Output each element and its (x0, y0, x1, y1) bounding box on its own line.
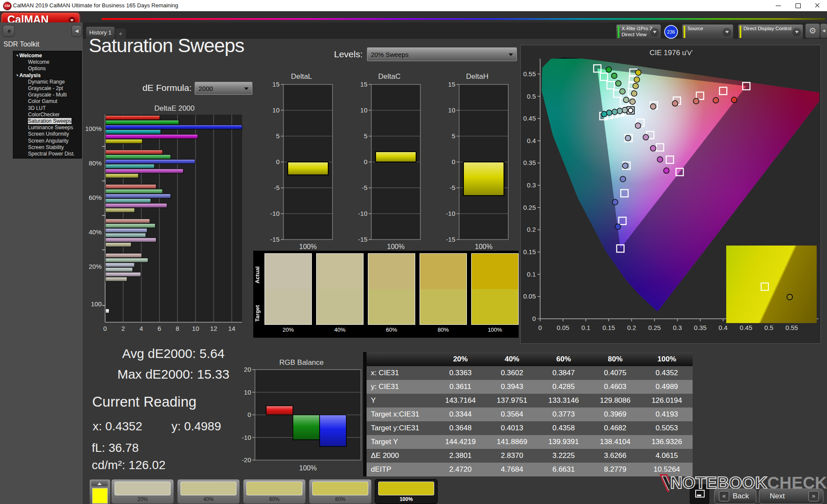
chevron-down-icon (793, 28, 801, 36)
deltac-chart-title: DeltaC (355, 72, 424, 81)
sidebar: SDR Toolkit WelcomeWelcomeOptionsAnalysi… (0, 39, 83, 504)
formula-dropdown[interactable]: 2000 (195, 82, 252, 95)
sidebar-item-grayscale-multi[interactable]: Grayscale - Multi (13, 92, 81, 98)
svg-text:0.05: 0.05 (557, 324, 569, 331)
svg-text:15: 15 (360, 82, 367, 88)
close-button[interactable] (808, 0, 827, 11)
levels-dropdown[interactable]: 20% Sweeps (367, 47, 517, 61)
table-cell: 0.4075 (589, 369, 641, 377)
table-column-header: 40% (486, 355, 538, 364)
svg-text:4: 4 (140, 325, 143, 332)
patch-label: 100% (375, 496, 437, 502)
table-row: y: CIE310.36110.39430.42850.46030.4989 (367, 380, 693, 394)
compare-swatch-60% (368, 253, 415, 325)
table-row: dEITP2.47204.76846.66318.277910.5264 (367, 463, 693, 476)
svg-text:10: 10 (244, 389, 251, 396)
patch-button-80%[interactable]: 80% (309, 479, 372, 504)
sidebar-item-welcome[interactable]: Welcome (13, 53, 81, 59)
table-cell: 0.3773 (538, 410, 590, 419)
sidebar-item-screen-stability[interactable]: Screen Stability (13, 144, 81, 151)
page-title: Saturation Sweeps (89, 34, 244, 57)
table-cell: 0.3564 (486, 410, 538, 419)
svg-text:-10: -10 (242, 434, 251, 441)
patch-color (180, 482, 236, 495)
inset-target-marker (761, 283, 769, 291)
maximize-button[interactable] (788, 0, 808, 11)
table-cell: 143.7164 (435, 396, 486, 405)
inset-measured-marker (787, 294, 793, 300)
settings-button[interactable]: ⚙ (805, 23, 820, 38)
sidebar-item-spectral-power-dist-[interactable]: Spectral Power Dist. (13, 151, 81, 157)
deltal-chart: 151050-5-10-15100% (267, 82, 336, 252)
chevron-left-icon: ◀ (822, 28, 825, 33)
svg-text:5: 5 (364, 132, 367, 140)
deltae-chart-title: DeltaE 2000 (103, 104, 246, 113)
workflow-options-button[interactable] (3, 25, 15, 37)
actual-swatch (472, 254, 518, 289)
target-swatch (368, 289, 415, 324)
sidebar-item-label: Screen Stability (28, 144, 64, 150)
patch-button-40%[interactable]: 40% (177, 479, 240, 504)
sidebar-item-saturation-sweeps[interactable]: Saturation Sweeps (13, 118, 81, 124)
display-control-dropdown[interactable]: Direct Display Control (738, 24, 803, 40)
target-swatch (472, 289, 518, 324)
sidebar-item-options[interactable]: Options (13, 65, 81, 72)
sidebar-item-grayscale-2pt[interactable]: Grayscale - 2pt (13, 85, 81, 92)
sidebar-item-colorchecker[interactable]: ColorChecker (13, 112, 81, 118)
table-cell: 0.3602 (486, 369, 538, 377)
table-row-label: Target Y (367, 438, 435, 446)
meter-dropdown[interactable]: X-Rite i1Pro 2 Direct View (616, 24, 661, 40)
svg-text:100%: 100% (85, 125, 102, 132)
table-cell: 0.4603 (589, 383, 641, 391)
svg-text:-5: -5 (450, 184, 455, 191)
back-button[interactable]: « Back (714, 488, 756, 504)
sidebar-item-3d-lut[interactable]: 3D LUT (13, 105, 81, 112)
table-cell: 2.3801 (435, 451, 486, 460)
patch-button-60%[interactable]: 60% (243, 479, 306, 504)
sidebar-item-screen-angularity[interactable]: Screen Angularity (13, 138, 81, 144)
patch-color (312, 482, 368, 495)
table-cell: 0.4358 (538, 424, 590, 432)
source-dropdown[interactable]: Source (682, 24, 734, 40)
svg-text:-15: -15 (358, 236, 367, 243)
panel-collapse-button[interactable]: ◀ (820, 23, 827, 38)
sidebar-item-screen-uniformity[interactable]: Screen Uniformity (13, 131, 81, 137)
svg-text:8: 8 (176, 325, 179, 332)
svg-text:2: 2 (121, 325, 125, 332)
sidebar-item-label: Luminance Sweeps (28, 124, 73, 131)
svg-text:12: 12 (210, 325, 218, 332)
sidebar-item-analysis[interactable]: Analysis (13, 72, 81, 79)
deltac-chart: 151050-5-10-15100% (355, 82, 424, 252)
window-titlebar: CM CalMAN 2019 CalMAN Ultimate for Busin… (0, 0, 827, 11)
patch-button-100%[interactable]: 100% (375, 479, 438, 504)
rgb-balance-title: RGB Balance (241, 358, 362, 367)
table-cell: 138.4104 (589, 438, 641, 446)
sidebar-collapse-button[interactable]: ◀ (72, 25, 82, 37)
svg-text:20%: 20% (89, 263, 102, 270)
table-cell: 0.3648 (435, 424, 486, 432)
sidebar-item-welcome[interactable]: Welcome (13, 59, 81, 65)
expand-up-button[interactable] (91, 481, 108, 486)
sidebar-item-luminance-sweeps[interactable]: Luminance Sweeps (13, 124, 81, 131)
patch-button-20%[interactable]: 20% (111, 479, 174, 504)
svg-text:6: 6 (158, 325, 161, 332)
compare-swatch-label: 60% (368, 327, 415, 333)
svg-text:5: 5 (452, 132, 455, 140)
table-row-label: ΔE 2000 (367, 451, 435, 460)
sidebar-item-dynamic-range[interactable]: Dynamic Range (13, 79, 81, 85)
table-cell: 0.4013 (486, 424, 538, 432)
minimize-button[interactable] (769, 0, 788, 11)
deltal-chart-title: DeltaL (267, 72, 336, 81)
svg-text:20: 20 (244, 366, 251, 373)
svg-text:100%: 100% (387, 243, 405, 250)
sidebar-item-label: Analysis (19, 72, 40, 78)
svg-text:15: 15 (448, 82, 455, 88)
table-cell: 0.4285 (538, 383, 590, 391)
table-cell: 129.8086 (589, 396, 641, 405)
svg-text:0.35: 0.35 (523, 159, 536, 166)
sidebar-item-color-gamut[interactable]: Color Gamut (13, 98, 81, 105)
next-button[interactable]: Next » (759, 488, 824, 504)
table-cell: 0.3344 (435, 410, 486, 419)
window-title: CalMAN 2019 CalMAN Ultimate for Business… (13, 2, 178, 9)
sidebar-item-label: Screen Angularity (28, 138, 68, 144)
